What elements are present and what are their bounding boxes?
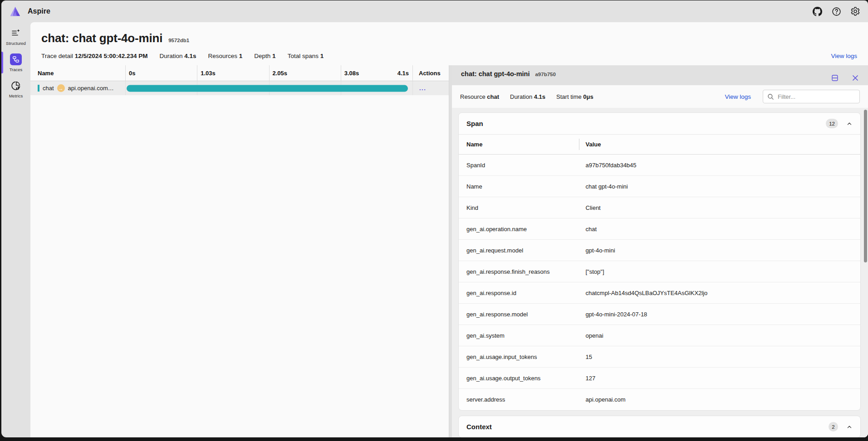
settings-icon[interactable] <box>850 6 860 16</box>
detail-start-time: Start time 0μs <box>556 93 593 100</box>
attribute-row: server.address api.openai.com <box>459 389 860 410</box>
trace-detail-timestamp: Trace detail 12/5/2024 5:00:42.234 PM <box>41 53 147 59</box>
chevron-up-icon[interactable] <box>846 121 853 127</box>
span-section-card: Span 12 Name Value Span <box>458 112 861 411</box>
trace-resources: Resources 1 <box>208 53 243 59</box>
attribute-row: SpanId a97b750fdab34b45 <box>459 155 860 176</box>
trace-duration: Duration 4.1s <box>159 53 196 59</box>
column-header-actions: Actions <box>412 65 449 81</box>
column-header-1s: 1.03s <box>197 65 269 81</box>
github-icon[interactable] <box>812 6 822 16</box>
span-details-panel: chat: chat gpt-4o-mini a97b750 <box>452 65 868 437</box>
span-row-actions-button[interactable]: ... <box>412 81 449 95</box>
page-header: chat: chat gpt-4o-mini 9572db1 <box>30 22 868 46</box>
attribute-row: gen_ai.usage.input_tokens 15 <box>459 346 860 368</box>
details-panel-title: chat: chat gpt-4o-mini <box>461 70 530 78</box>
attr-col-name: Name <box>459 135 579 154</box>
span-row[interactable]: chat → api.openai.com… ... <box>30 81 449 95</box>
span-section-header[interactable]: Span 12 <box>459 113 860 134</box>
filter-input[interactable] <box>778 93 858 100</box>
details-panel-header: chat: chat gpt-4o-mini a97b750 <box>452 65 868 85</box>
span-color-tick <box>38 85 39 92</box>
page-title: chat: chat gpt-4o-mini <box>41 31 162 45</box>
sidebar-item-structured[interactable]: Structured <box>1 23 30 49</box>
context-section-card: Context 2 <box>458 416 861 437</box>
trace-view-logs-link[interactable]: View logs <box>831 53 857 59</box>
attribute-row: Name chat gpt-4o-mini <box>459 176 860 197</box>
context-section-title: Context <box>466 423 492 431</box>
attribute-row: gen_ai.response.finish_reasons ["stop"] <box>459 261 860 282</box>
app-window: Aspire <box>1 0 868 437</box>
sidebar-item-traces[interactable]: Traces <box>1 49 30 76</box>
sidebar-item-label: Metrics <box>9 93 23 98</box>
pane-splitter[interactable] <box>449 65 452 437</box>
trace-depth: Depth 1 <box>254 53 275 59</box>
span-destination-label: api.openai.com… <box>68 85 114 92</box>
attribute-row: gen_ai.response.model gpt-4o-mini-2024-0… <box>459 304 860 325</box>
span-duration-bar[interactable] <box>127 85 408 92</box>
attribute-row: gen_ai.usage.output_tokens 127 <box>459 368 860 389</box>
span-section-title: Span <box>466 120 483 127</box>
attribute-row: gen_ai.system openai <box>459 325 860 346</box>
waterfall-header: Name 0s 1.03s 2.05s 3.08s 4.1s Actions <box>30 65 449 81</box>
chevron-up-icon[interactable] <box>846 424 853 430</box>
help-icon[interactable] <box>831 6 841 16</box>
trace-total-spans: Total spans 1 <box>288 53 324 59</box>
trace-detail-bar: Trace detail 12/5/2024 5:00:42.234 PM Du… <box>30 46 868 65</box>
sidebar-item-metrics[interactable]: Metrics <box>1 76 30 102</box>
attributes-table-header: Name Value <box>459 134 860 155</box>
close-icon[interactable] <box>852 74 859 82</box>
structured-logs-icon <box>10 27 22 39</box>
span-row-timeline <box>125 81 412 95</box>
attr-col-value: Value <box>579 141 861 148</box>
attribute-row: gen_ai.operation.name chat <box>459 218 860 240</box>
traces-icon <box>10 53 22 65</box>
filter-searchbox[interactable] <box>763 90 860 103</box>
top-bar: Aspire <box>1 0 868 22</box>
column-header-2s: 2.05s <box>269 65 341 81</box>
attribute-row: gen_ai.response.id chatcmpl-Ab14sd4QsLBa… <box>459 282 860 304</box>
column-header-end: 4.1s <box>397 70 409 77</box>
attribute-row: Kind Client <box>459 197 860 218</box>
topbar-actions <box>812 6 860 16</box>
span-code-badge: a97b750 <box>535 72 555 77</box>
panel-scrollbar-thumb[interactable] <box>864 110 867 262</box>
span-count-badge: 12 <box>826 119 838 128</box>
column-header-3s: 3.08s 4.1s <box>341 65 412 81</box>
outgoing-arrow-icon: → <box>57 84 65 92</box>
main-content: chat: chat gpt-4o-mini 9572db1 Trace det… <box>30 22 868 437</box>
context-count-badge: 2 <box>829 422 838 431</box>
details-toolbar: Resource chat Duration 4.1s Start time 0… <box>452 85 868 108</box>
span-row-name: chat → api.openai.com… <box>30 81 125 95</box>
detail-resource: Resource chat <box>460 93 499 100</box>
dock-panel-icon[interactable] <box>831 74 839 82</box>
trace-code-badge: 9572db1 <box>168 38 189 43</box>
details-scroll-area: Span 12 Name Value Span <box>452 108 868 437</box>
sidebar-item-label: Traces <box>10 67 23 72</box>
detail-duration: Duration 4.1s <box>510 93 545 100</box>
sidebar-item-label: Structured <box>6 41 26 46</box>
details-view-logs-link[interactable]: View logs <box>725 93 751 100</box>
app-title: Aspire <box>28 7 50 15</box>
context-section-header[interactable]: Context 2 <box>459 416 860 437</box>
span-name-label: chat <box>43 85 54 92</box>
sidebar: Structured Traces <box>1 22 30 437</box>
search-icon <box>767 93 774 100</box>
metrics-icon <box>10 80 22 92</box>
trace-waterfall: Name 0s 1.03s 2.05s 3.08s 4.1s Actions <box>30 65 449 437</box>
aspire-logo-icon <box>9 5 21 18</box>
column-header-name: Name <box>30 65 125 81</box>
column-header-0s: 0s <box>125 65 197 81</box>
attribute-row: gen_ai.request.model gpt-4o-mini <box>459 240 860 261</box>
